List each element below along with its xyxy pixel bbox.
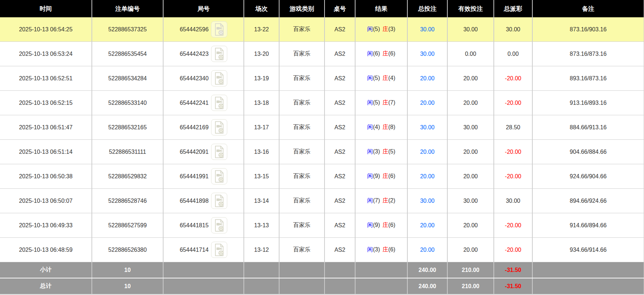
cell-round: 654441898: [163, 189, 244, 213]
video-file-icon: [214, 121, 225, 134]
cell-valid-bet: 30.00: [447, 189, 494, 213]
cell-table-no: AS2: [325, 213, 355, 238]
cell-valid-bet: 20.00: [447, 164, 494, 189]
summary-total-bet: 240.00: [407, 278, 447, 294]
video-replay-button[interactable]: [211, 242, 227, 258]
result-banker-points: (7): [388, 99, 395, 106]
cell-bet-id: 522886528746: [92, 189, 163, 213]
cell-total-payout: -20.00: [494, 164, 532, 189]
cell-total-bet: 20.00: [407, 140, 447, 164]
cell-session: 13-19: [244, 66, 279, 91]
video-file-icon: [214, 170, 225, 183]
cell-game-type: 百家乐: [279, 140, 325, 164]
result-player-points: (4): [373, 124, 380, 130]
result-banker-points: (6): [388, 50, 395, 57]
cell-game-type: 百家乐: [279, 42, 325, 66]
cell-valid-bet: 0.00: [447, 42, 494, 66]
round-number: 654442423: [180, 51, 209, 57]
table-row: 2025-10-13 06:50:07 522886528746 6544418…: [0, 189, 644, 213]
summary-empty-cell: [279, 262, 325, 278]
cell-result: 闲(6)庄(6): [355, 42, 407, 66]
cell-remark: 913.16/893.16: [532, 91, 644, 115]
cell-game-type: 百家乐: [279, 213, 325, 238]
cell-total-bet: 20.00: [407, 213, 447, 238]
result-player-points: (6): [373, 50, 380, 57]
cell-remark: 884.66/913.16: [532, 115, 644, 140]
summary-valid-bet: 210.00: [447, 262, 494, 278]
round-number: 654442596: [180, 26, 209, 33]
cell-total-payout: 0.00: [494, 42, 532, 66]
result-banker-points: (3): [388, 26, 395, 32]
cell-round: 654442340: [163, 66, 244, 91]
video-file-icon: [214, 48, 225, 61]
video-replay-button[interactable]: [211, 119, 227, 135]
cell-time: 2025-10-13 06:54:25: [0, 17, 92, 42]
cell-session: 13-22: [244, 17, 279, 42]
cell-total-bet: 20.00: [407, 164, 447, 189]
table-row: 2025-10-13 06:54:25 522886537325 6544425…: [0, 17, 644, 42]
round-number: 654441714: [180, 247, 209, 253]
summary-valid-bet: 210.00: [447, 278, 494, 294]
cell-total-bet: 30.00: [407, 115, 447, 140]
cell-total-bet: 20.00: [407, 238, 447, 262]
col-header-remark: 备注: [532, 0, 644, 17]
result-player-label: 闲: [367, 246, 373, 252]
cell-table-no: AS2: [325, 140, 355, 164]
cell-bet-id: 522886537325: [92, 17, 163, 42]
summary-empty-cell: [244, 262, 279, 278]
video-replay-button[interactable]: [211, 193, 227, 209]
cell-valid-bet: 20.00: [447, 238, 494, 262]
result-player-label: 闲: [367, 148, 373, 155]
cell-valid-bet: 20.00: [447, 213, 494, 238]
video-replay-button[interactable]: [211, 168, 227, 184]
cell-round: 654442423: [163, 42, 244, 66]
result-banker-label: 庄: [383, 124, 388, 130]
summary-label: 小计: [0, 262, 92, 278]
result-player-label: 闲: [367, 197, 373, 204]
video-replay-button[interactable]: [211, 217, 227, 233]
summary-empty-cell: [532, 278, 644, 294]
round-number: 654441898: [180, 198, 209, 204]
table-row: 2025-10-13 06:49:33 522886527599 6544418…: [0, 213, 644, 238]
summary-total-payout: -31.50: [494, 262, 532, 278]
cell-remark: 904.66/884.66: [532, 140, 644, 164]
round-number: 654442241: [180, 100, 209, 106]
cell-round: 654442091: [163, 140, 244, 164]
result-banker-label: 庄: [383, 173, 388, 179]
video-replay-button[interactable]: [211, 70, 227, 86]
table-header: 时间 注单编号 局号 场次 游戏类别 桌号 结果 总投注 有效投注 总派彩 备注: [0, 0, 644, 17]
cell-bet-id: 522886527599: [92, 213, 163, 238]
cell-remark: 914.66/894.66: [532, 213, 644, 238]
cell-session: 13-17: [244, 115, 279, 140]
col-header-total-bet: 总投注: [407, 0, 447, 17]
col-header-total-payout: 总派彩: [494, 0, 532, 17]
video-replay-button[interactable]: [211, 21, 227, 37]
table-row: 2025-10-13 06:52:15 522886533140 6544422…: [0, 91, 644, 115]
table-body: 2025-10-13 06:54:25 522886537325 6544425…: [0, 17, 644, 294]
cell-time: 2025-10-13 06:53:24: [0, 42, 92, 66]
summary-row: 小计 10 240.00 210.00 -31.50: [0, 262, 644, 278]
round-number: 654441991: [180, 173, 209, 180]
cell-total-payout: -20.00: [494, 91, 532, 115]
summary-empty-cell: [163, 262, 244, 278]
video-replay-button[interactable]: [211, 95, 227, 111]
result-player-label: 闲: [367, 124, 373, 130]
result-player-label: 闲: [367, 50, 373, 57]
result-player-points: (5): [373, 75, 380, 81]
cell-table-no: AS2: [325, 164, 355, 189]
cell-total-bet: 20.00: [407, 91, 447, 115]
video-replay-button[interactable]: [211, 144, 227, 160]
cell-session: 13-13: [244, 213, 279, 238]
cell-game-type: 百家乐: [279, 238, 325, 262]
cell-table-no: AS2: [325, 17, 355, 42]
cell-remark: 873.16/873.16: [532, 42, 644, 66]
video-replay-button[interactable]: [211, 46, 227, 62]
cell-game-type: 百家乐: [279, 189, 325, 213]
col-header-game-type: 游戏类别: [279, 0, 325, 17]
result-banker-points: (4): [388, 75, 395, 81]
cell-valid-bet: 20.00: [447, 91, 494, 115]
cell-total-payout: 30.00: [494, 189, 532, 213]
cell-game-type: 百家乐: [279, 66, 325, 91]
video-file-icon: [214, 72, 225, 85]
cell-table-no: AS2: [325, 91, 355, 115]
